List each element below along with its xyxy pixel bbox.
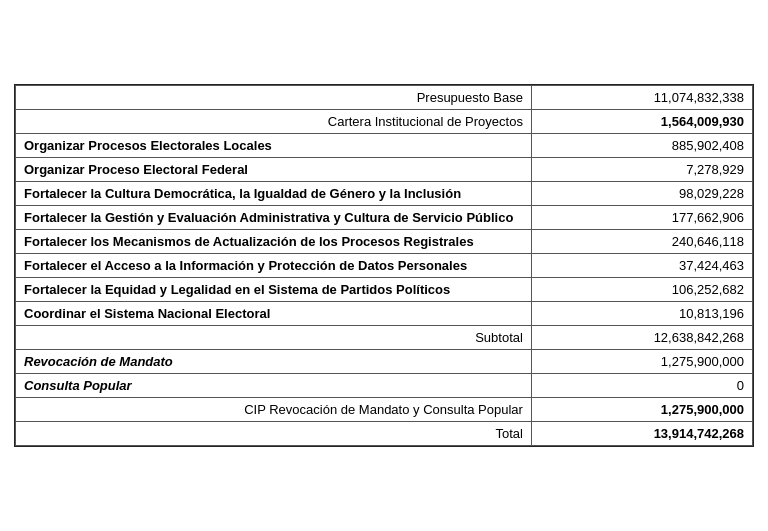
row-value-fortalecer-equidad: 106,252,682 (531, 278, 752, 302)
table-row: Fortalecer la Cultura Democrática, la Ig… (16, 182, 753, 206)
row-label-cip-revocacion: CIP Revocación de Mandato y Consulta Pop… (16, 398, 532, 422)
row-value-subtotal: 12,638,842,268 (531, 326, 752, 350)
row-label-total: Total (16, 422, 532, 446)
row-label-presupuesto-base: Presupuesto Base (16, 86, 532, 110)
row-value-cip-revocacion: 1,275,900,000 (531, 398, 752, 422)
row-label-subtotal: Subtotal (16, 326, 532, 350)
row-value-fortalecer-gestion: 177,662,906 (531, 206, 752, 230)
row-value-fortalecer-cultura: 98,029,228 (531, 182, 752, 206)
row-label-fortalecer-gestion: Fortalecer la Gestión y Evaluación Admin… (16, 206, 532, 230)
row-value-cartera-institucional: 1,564,009,930 (531, 110, 752, 134)
row-label-organizar-locales: Organizar Procesos Electorales Locales (16, 134, 532, 158)
row-value-revocacion-mandato: 1,275,900,000 (531, 350, 752, 374)
table-row: Consulta Popular0 (16, 374, 753, 398)
row-label-fortalecer-equidad: Fortalecer la Equidad y Legalidad en el … (16, 278, 532, 302)
row-value-organizar-locales: 885,902,408 (531, 134, 752, 158)
row-value-consulta-popular: 0 (531, 374, 752, 398)
table-row: Fortalecer la Equidad y Legalidad en el … (16, 278, 753, 302)
table-row: Presupuesto Base11,074,832,338 (16, 86, 753, 110)
table-row: Organizar Procesos Electorales Locales88… (16, 134, 753, 158)
row-label-organizar-federal: Organizar Proceso Electoral Federal (16, 158, 532, 182)
table-row: Coordinar el Sistema Nacional Electoral1… (16, 302, 753, 326)
row-label-consulta-popular: Consulta Popular (16, 374, 532, 398)
row-label-revocacion-mandato: Revocación de Mandato (16, 350, 532, 374)
row-value-fortalecer-mecanismos: 240,646,118 (531, 230, 752, 254)
row-value-organizar-federal: 7,278,929 (531, 158, 752, 182)
table-row: Cartera Institucional de Proyectos1,564,… (16, 110, 753, 134)
table-row: CIP Revocación de Mandato y Consulta Pop… (16, 398, 753, 422)
row-label-fortalecer-mecanismos: Fortalecer los Mecanismos de Actualizaci… (16, 230, 532, 254)
budget-table-container: Presupuesto Base11,074,832,338Cartera In… (14, 84, 754, 447)
row-value-coordinar-sistema: 10,813,196 (531, 302, 752, 326)
row-label-fortalecer-acceso: Fortalecer el Acceso a la Información y … (16, 254, 532, 278)
row-value-fortalecer-acceso: 37,424,463 (531, 254, 752, 278)
row-label-cartera-institucional: Cartera Institucional de Proyectos (16, 110, 532, 134)
table-row: Organizar Proceso Electoral Federal7,278… (16, 158, 753, 182)
table-row: Fortalecer la Gestión y Evaluación Admin… (16, 206, 753, 230)
row-value-total: 13,914,742,268 (531, 422, 752, 446)
row-label-fortalecer-cultura: Fortalecer la Cultura Democrática, la Ig… (16, 182, 532, 206)
budget-table: Presupuesto Base11,074,832,338Cartera In… (15, 85, 753, 446)
row-value-presupuesto-base: 11,074,832,338 (531, 86, 752, 110)
table-row: Total13,914,742,268 (16, 422, 753, 446)
row-label-coordinar-sistema: Coordinar el Sistema Nacional Electoral (16, 302, 532, 326)
table-row: Revocación de Mandato1,275,900,000 (16, 350, 753, 374)
table-row: Fortalecer el Acceso a la Información y … (16, 254, 753, 278)
table-row: Subtotal12,638,842,268 (16, 326, 753, 350)
table-row: Fortalecer los Mecanismos de Actualizaci… (16, 230, 753, 254)
